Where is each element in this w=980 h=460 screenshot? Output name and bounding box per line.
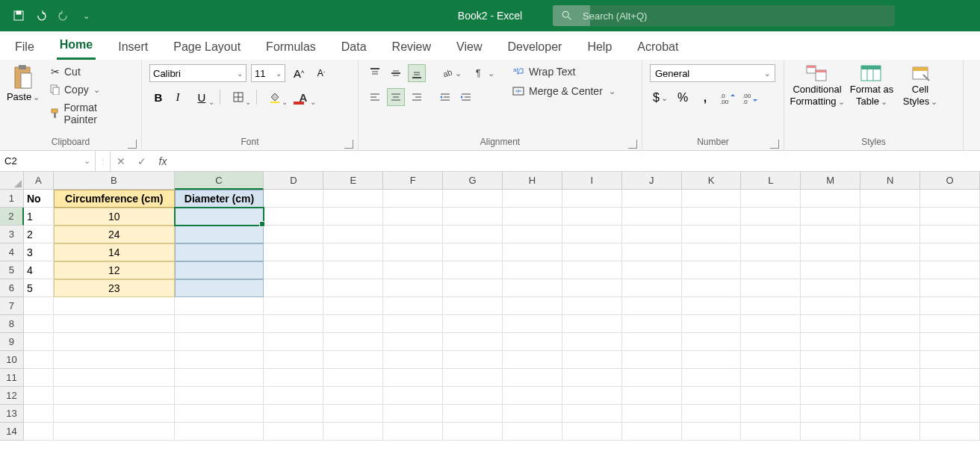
cell[interactable] xyxy=(920,261,980,279)
cell[interactable] xyxy=(682,243,742,261)
row-hdr-7[interactable]: 7 xyxy=(0,297,24,315)
cell[interactable] xyxy=(801,333,860,351)
cell[interactable] xyxy=(860,261,920,279)
cell-B2[interactable]: 10 xyxy=(54,208,175,226)
cell[interactable] xyxy=(323,279,383,297)
cell[interactable] xyxy=(682,297,742,315)
col-A[interactable]: A xyxy=(24,172,54,190)
cell[interactable] xyxy=(682,279,742,297)
cell[interactable] xyxy=(54,315,175,333)
paste-button[interactable]: Paste xyxy=(7,64,39,102)
cell[interactable] xyxy=(323,190,383,208)
cell[interactable] xyxy=(503,261,562,279)
fill-color-button[interactable] xyxy=(261,88,288,106)
cell[interactable] xyxy=(920,226,980,243)
cell[interactable] xyxy=(920,190,980,208)
italic-button[interactable]: I xyxy=(169,88,187,106)
cell[interactable] xyxy=(503,279,562,297)
launcher-icon[interactable] xyxy=(344,140,353,149)
cell[interactable] xyxy=(682,405,742,423)
cell[interactable] xyxy=(920,387,980,405)
cell-C2[interactable] xyxy=(175,208,264,226)
formula-input[interactable] xyxy=(173,151,980,171)
cell[interactable] xyxy=(24,351,54,369)
cell[interactable] xyxy=(920,405,980,423)
cell[interactable] xyxy=(741,243,801,261)
copy-button[interactable]: Copy xyxy=(46,82,134,97)
underline-button[interactable]: U xyxy=(188,88,215,106)
cell[interactable] xyxy=(920,333,980,351)
cell[interactable] xyxy=(383,261,443,279)
decrease-indent-icon[interactable] xyxy=(436,88,454,106)
format-table-button[interactable]: Format as Table xyxy=(849,64,895,108)
cell[interactable] xyxy=(622,190,682,208)
cell[interactable] xyxy=(860,387,920,405)
font-size-select[interactable]: 11⌄ xyxy=(251,64,285,82)
cell[interactable] xyxy=(682,387,742,405)
cell[interactable] xyxy=(622,387,682,405)
expand-fx-icon[interactable]: ⋮ xyxy=(96,151,111,171)
cell[interactable] xyxy=(383,405,443,423)
cell[interactable] xyxy=(383,297,443,315)
col-G[interactable]: G xyxy=(443,172,503,190)
tab-page-layout[interactable]: Page Layout xyxy=(170,36,244,60)
cell[interactable] xyxy=(741,226,801,243)
cell[interactable] xyxy=(503,369,562,387)
cell[interactable] xyxy=(801,405,860,423)
cell[interactable] xyxy=(443,261,503,279)
row-hdr-5[interactable]: 5 xyxy=(0,261,24,279)
cell[interactable] xyxy=(682,351,742,369)
launcher-icon[interactable] xyxy=(770,140,779,149)
cell[interactable] xyxy=(562,423,622,441)
cell[interactable] xyxy=(503,226,562,243)
cell[interactable] xyxy=(682,333,742,351)
font-color-button[interactable]: A xyxy=(290,88,317,106)
wrap-text-button[interactable]: abWrap Text xyxy=(509,64,618,79)
cell[interactable] xyxy=(323,387,383,405)
cell[interactable] xyxy=(860,297,920,315)
row-hdr-13[interactable]: 13 xyxy=(0,405,24,423)
borders-button[interactable] xyxy=(225,88,252,106)
col-J[interactable]: J xyxy=(622,172,682,190)
cell[interactable] xyxy=(801,190,860,208)
cell[interactable] xyxy=(622,423,682,441)
enter-fx-icon[interactable]: ✓ xyxy=(131,151,152,171)
cell[interactable] xyxy=(622,261,682,279)
cell[interactable] xyxy=(860,226,920,243)
cell[interactable] xyxy=(801,208,860,226)
row-hdr-3[interactable]: 3 xyxy=(0,226,24,243)
cell[interactable] xyxy=(264,423,323,441)
cell[interactable] xyxy=(860,369,920,387)
align-bottom-icon[interactable] xyxy=(408,64,426,82)
cell[interactable] xyxy=(264,297,323,315)
cell[interactable] xyxy=(562,315,622,333)
cell[interactable] xyxy=(860,351,920,369)
align-right-icon[interactable] xyxy=(408,88,426,106)
col-D[interactable]: D xyxy=(264,172,323,190)
col-I[interactable]: I xyxy=(562,172,622,190)
cell[interactable] xyxy=(860,208,920,226)
cell[interactable] xyxy=(741,279,801,297)
cell[interactable] xyxy=(801,297,860,315)
cell[interactable] xyxy=(860,315,920,333)
cell[interactable] xyxy=(503,208,562,226)
cell-styles-button[interactable]: Cell Styles xyxy=(901,64,940,108)
cell[interactable] xyxy=(860,243,920,261)
cell[interactable] xyxy=(920,423,980,441)
cell[interactable] xyxy=(383,190,443,208)
cell[interactable] xyxy=(622,315,682,333)
cell-C4[interactable] xyxy=(175,243,264,261)
cell[interactable] xyxy=(383,279,443,297)
cell[interactable] xyxy=(323,243,383,261)
cell[interactable] xyxy=(682,226,742,243)
cell[interactable] xyxy=(622,351,682,369)
cell[interactable] xyxy=(323,423,383,441)
cell[interactable] xyxy=(264,387,323,405)
cell[interactable] xyxy=(175,369,264,387)
col-F[interactable]: F xyxy=(383,172,443,190)
tab-review[interactable]: Review xyxy=(389,36,434,60)
cell[interactable] xyxy=(443,190,503,208)
row-hdr-12[interactable]: 12 xyxy=(0,387,24,405)
cell[interactable] xyxy=(383,369,443,387)
tab-acrobat[interactable]: Acrobat xyxy=(634,36,681,60)
